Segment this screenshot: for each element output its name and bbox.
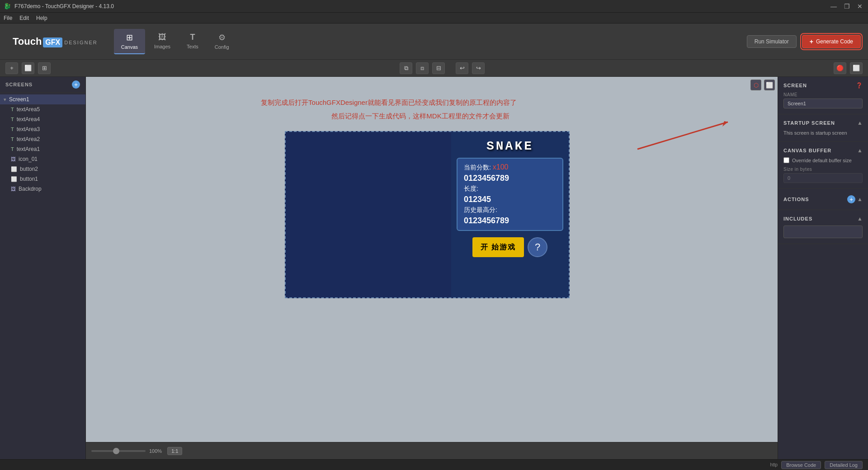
screen-name-input[interactable] xyxy=(783,99,863,108)
redo-button[interactable]: ↪ xyxy=(472,62,485,74)
size-field: Size in bytes xyxy=(778,165,868,185)
size-input[interactable] xyxy=(783,173,863,183)
browse-code-button[interactable]: Browse Code xyxy=(781,461,821,469)
screen-section-collapse-icon: ❓ xyxy=(856,82,863,89)
close-button[interactable]: ✕ xyxy=(855,3,864,10)
includes-header[interactable]: INCLUDES ▲ xyxy=(778,214,868,224)
toolbar-tabs: ⊞ Canvas 🖼 Images T Texts ⚙ Config xyxy=(114,29,236,54)
text-icon: T xyxy=(11,107,14,112)
override-buffer-checkbox[interactable] xyxy=(783,157,789,163)
sidebar-item-textarea4[interactable]: T textArea4 xyxy=(0,114,85,124)
zoom-percent: 100% xyxy=(149,448,162,454)
titlebar-controls[interactable]: — ❐ ✕ xyxy=(829,3,864,10)
widget-type-1-button[interactable]: ⬜ xyxy=(22,62,34,74)
game-preview: SNAKE 当前分数: x100 0123456789 长度: 012345 xyxy=(285,131,570,298)
actions-section: ACTIONS + ▲ xyxy=(778,189,868,210)
sidebar-item-button2[interactable]: ⬜ button2 xyxy=(0,164,85,174)
titlebar-left: 🐉 F767demo - TouchGFX Designer - 4.13.0 xyxy=(4,3,114,9)
size-label: Size in bytes xyxy=(783,167,863,172)
minimize-button[interactable]: — xyxy=(829,3,839,10)
app: Touch GFX DESIGNER ⊞ Canvas 🖼 Images T T… xyxy=(0,24,868,470)
highscore-label: 历史最高分: xyxy=(464,206,497,213)
game-field xyxy=(286,132,453,297)
tab-texts[interactable]: T Texts xyxy=(179,29,206,54)
score-panel: 当前分数: x100 0123456789 长度: 012345 历史最高分: xyxy=(457,158,563,231)
includes-title: INCLUDES xyxy=(783,216,812,221)
override-buffer-row: Override default buffer size xyxy=(778,155,868,165)
screen-section-title: SCREEN xyxy=(783,83,807,88)
button2-label: button2 xyxy=(20,166,38,172)
sidebar-item-backdrop[interactable]: 🖼 Backdrop xyxy=(0,184,85,194)
add-screen-button[interactable]: + xyxy=(72,80,80,89)
startup-section: STARTUP SCREEN ▲ This screen is startup … xyxy=(778,114,868,142)
tab-config[interactable]: ⚙ Config xyxy=(208,29,236,54)
canvas-icon-2[interactable]: ⬜ xyxy=(764,80,775,90)
sidebar-item-screen1[interactable]: ▾ Screen1 xyxy=(0,94,85,104)
widget-type-2-button[interactable]: ⊞ xyxy=(38,62,51,74)
menu-help[interactable]: Help xyxy=(36,15,47,21)
screen-section-header[interactable]: SCREEN ❓ xyxy=(778,80,868,90)
sidebar-item-textarea5[interactable]: T textArea5 xyxy=(0,104,85,114)
sidebar-item-textarea3[interactable]: T textArea3 xyxy=(0,124,85,134)
content: SCREENS + ▾ Screen1 T textArea5 T textAr… xyxy=(0,77,868,459)
game-buttons: 开 始游戏 ? xyxy=(472,237,547,257)
maximize-button[interactable]: ❐ xyxy=(842,3,852,10)
logo: Touch GFX DESIGNER xyxy=(7,36,103,47)
menubar: File Edit Help xyxy=(0,13,868,24)
sidebar-item-icon01[interactable]: 🖼 icon_01 xyxy=(0,154,85,164)
start-game-button[interactable]: 开 始游戏 xyxy=(472,237,524,257)
logo-gfx-text: GFX xyxy=(43,38,62,47)
align-2-button[interactable]: ⧈ xyxy=(416,62,429,74)
toolbar-right: Run Simulator Generate Code xyxy=(747,35,861,48)
canvas-icon-1[interactable]: ⬡ xyxy=(750,80,761,90)
view-icon-2[interactable]: ⬜ xyxy=(850,62,863,74)
canvas-select-icons: ⬡ ⬜ xyxy=(750,80,775,90)
config-tab-label: Config xyxy=(215,44,229,50)
menu-file[interactable]: File xyxy=(4,15,12,21)
align-1-button[interactable]: ⧉ xyxy=(400,62,412,74)
tab-canvas[interactable]: ⊞ Canvas xyxy=(114,29,145,54)
align-3-button[interactable]: ⊟ xyxy=(432,62,445,74)
svg-line-0 xyxy=(637,122,728,149)
detailed-log-button[interactable]: Detailed Log xyxy=(825,461,863,469)
canvas-buffer-section: CANVAS BUFFER ▲ Override default buffer … xyxy=(778,142,868,189)
textarea3-label: textArea3 xyxy=(17,126,40,132)
length-line: 长度: xyxy=(464,185,556,193)
includes-input[interactable] xyxy=(783,226,863,238)
window-icon: 🐉 xyxy=(4,3,11,9)
actions-title: ACTIONS xyxy=(783,197,809,202)
canvas-content[interactable]: 复制完成后打开TouchGFXDesigner就能看见界面已经变成我们复制的原工… xyxy=(86,77,778,442)
run-simulator-button[interactable]: Run Simulator xyxy=(747,35,797,48)
icon01-label: icon_01 xyxy=(19,156,38,162)
text-icon: T xyxy=(11,127,14,132)
menu-edit[interactable]: Edit xyxy=(19,15,29,21)
canvas-buffer-section-header[interactable]: CANVAS BUFFER ▲ xyxy=(778,146,868,155)
actions-collapse-icon: ▲ xyxy=(857,196,863,202)
sidebar-item-button1[interactable]: ⬜ button1 xyxy=(0,174,85,184)
undo-button[interactable]: ↩ xyxy=(456,62,468,74)
startup-screen-text: This screen is startup screen xyxy=(783,129,847,136)
add-action-button[interactable]: + xyxy=(847,195,855,203)
startup-section-header[interactable]: STARTUP SCREEN ▲ xyxy=(778,118,868,128)
text-icon: T xyxy=(11,136,14,142)
override-buffer-label: Override default buffer size xyxy=(792,158,852,163)
stb-center: ⧉ ⧈ ⊟ ↩ ↪ xyxy=(400,62,485,74)
logo-designer-text: DESIGNER xyxy=(64,40,97,45)
text-icon: T xyxy=(11,117,14,122)
status-url: http xyxy=(770,462,778,467)
actions-header: ACTIONS + ▲ xyxy=(778,193,868,206)
texts-tab-icon: T xyxy=(190,33,195,42)
zoom-thumb[interactable] xyxy=(113,448,119,454)
zoom-ratio[interactable]: 1:1 xyxy=(167,447,182,455)
help-button[interactable]: ? xyxy=(528,237,547,257)
zoom-slider[interactable] xyxy=(91,450,146,452)
length-label: 长度: xyxy=(464,185,478,192)
sidebar-item-textarea2[interactable]: T textArea2 xyxy=(0,134,85,144)
add-widget-button[interactable]: + xyxy=(5,62,18,74)
startup-section-title: STARTUP SCREEN xyxy=(783,120,835,126)
view-icon-1[interactable]: 🔴 xyxy=(834,62,846,74)
score-label: 当前分数: xyxy=(464,164,491,171)
tab-images[interactable]: 🖼 Images xyxy=(147,29,178,54)
generate-code-button[interactable]: Generate Code xyxy=(802,35,861,48)
sidebar-item-textarea1[interactable]: T textArea1 xyxy=(0,144,85,154)
